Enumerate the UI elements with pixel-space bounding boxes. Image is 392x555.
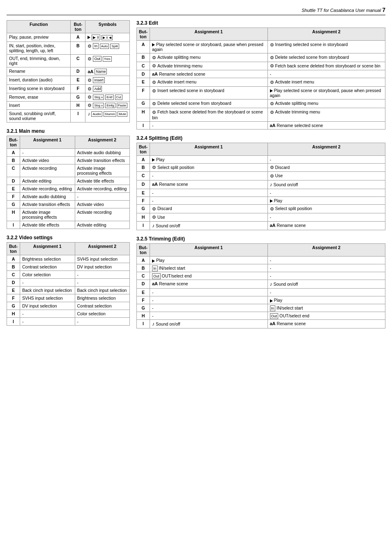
a2-text: Discard [275,165,290,170]
cell-button: I [137,121,150,129]
cell-a2: - [267,70,385,78]
cell-button: H [137,108,150,121]
col-a2: Assignment 2 [75,136,130,149]
cell-symbols: ⚙ Strg x Entf Cut [85,93,130,102]
cell-a1: ⚙Activate insert menu [150,78,268,87]
a1-text: Discard [157,206,172,211]
cell-a2: - [267,155,385,163]
table-row: B ⚙Activate splitting menu ⚙Delete selec… [137,53,385,62]
main-table-section: Function But-ton Symbols Play, pause, pr… [7,20,130,123]
cell-function: Sound, scrubbing on/off, sound volume [7,110,71,123]
gear-icon: ⚙ [152,63,156,68]
strgx-sym: Strg x [93,95,104,100]
cell-a2: Activate audio dubbing [75,149,130,157]
a1-text: - [152,173,154,178]
cell-button: A [137,257,150,264]
col-a2: Assignment 2 [267,143,385,155]
header-title: Shuttle TT for Casablanca [302,8,354,13]
section-321-title: 3.2.1 Main menu [7,128,130,134]
table-row: C OutOUT/select end - [137,272,385,280]
cell-a2: Activate video [75,201,130,208]
a1-text: - [152,298,154,303]
cell-a1: OutOUT/select end [150,272,268,280]
cell-button: C [7,271,20,279]
a1-text: Sound on/off [156,223,180,228]
cell-a2: ⚙Delete selected scene from storyboard [267,53,385,62]
play-icon [88,36,90,39]
play-icon [270,89,273,92]
col-a1: Assignment 1 [150,28,268,41]
cell-a2: - [75,193,130,201]
cell-a2: InIN/select start [267,304,385,312]
cell-button: G [137,205,150,213]
cell-a1: ♪Sound on/off [150,222,268,230]
play-icon [152,43,155,46]
cell-button: G [137,99,150,108]
table-row: G Activate transition effects Activate v… [7,201,130,208]
cell-a2: ⚙Select split position [267,205,385,213]
cell-a1: - [20,318,75,326]
einfg-sym: Einfg [105,103,115,108]
music-icon: ♪ [88,111,90,117]
a2-text: - [270,190,272,195]
cell-a2: Activate title effects [75,177,130,185]
cell-button: F [7,294,20,302]
a2-text: Play selected scene or storyboard, pause… [270,88,381,98]
table-row: F - Play [137,197,385,205]
in-label: In [152,266,158,271]
cell-a2: Activate recording, editing [75,185,130,193]
table-row: D aARename selected scene - [137,70,385,78]
a2-text: Rename scene [277,321,306,326]
cell-a2: ⚙Activate trimming menu [267,108,385,121]
gear-icon: ⚙ [88,95,92,100]
mute-sym: Mute [118,111,127,117]
table-row: F Activate audio dubbing - [7,193,130,201]
gear-icon: ⚙ [270,110,274,115]
cell-button: D [71,67,85,76]
a1-text: Use [157,215,165,220]
play-icon [270,199,273,203]
cell-button: I [137,222,150,230]
table-row: I ♪Sound on/off aARename scene [137,320,385,328]
cell-a2: Activate transition effects [75,157,130,164]
table-row: Insert, duration (audio) E ⚙ Insert [7,76,130,85]
a1-text: - [152,305,154,310]
gear-icon: ⚙ [152,101,156,106]
a2-text: Sound on/off [274,282,298,287]
cell-a1: - [150,304,268,312]
a2-text: - [270,266,272,271]
cell-a2: aARename selected scene [267,121,385,129]
table-row: H - Color selection [7,310,130,318]
cell-a1: - [20,279,75,287]
strgv-sym: Strg v [93,103,104,108]
trim-sym: Trim [103,56,112,62]
gear-icon: ⚙ [152,80,156,85]
a1-text: - [152,290,154,295]
table-row: I ♪Sound on/off aARename scene [137,222,385,230]
table-row: E ⚙Activate insert menu ⚙Activate insert… [137,78,385,87]
add-sym: Add [93,86,102,92]
cell-a1: Activate audio dubbing [20,193,75,201]
cell-a1: ⚙Discard [150,205,268,213]
cell-a1: ⚙Select split position [150,163,268,172]
cell-a2: Activate editing [75,221,130,229]
cell-a2: Contrast selection [75,302,130,310]
cell-a2: ⚙Activate insert menu [267,78,385,87]
cell-button: F [7,193,20,201]
gear-icon: ⚙ [88,44,92,49]
cell-a2: ⚙Use [267,172,385,180]
split-sym: Split [110,44,119,49]
cell-a2: ⚙Discard [267,163,385,172]
table-row: Inserting scene in storyboard F ⚙ Add [7,85,130,93]
cell-a2: DV input selection [75,263,130,271]
col-a1: Assignment 1 [150,244,268,257]
gear-icon: ⚙ [270,101,274,106]
cell-a1: Activate transition effects [20,201,75,208]
gear-icon: ⚙ [152,110,156,115]
a2-text: Sound on/off [274,182,298,187]
table-row: E - - [137,289,385,296]
table-row: Remove, erase G ⚙ Strg x Entf Cut [7,93,130,102]
cell-a2: OutOUT/select end [267,312,385,320]
cell-a1: - [150,289,268,296]
table-row: Insert H ⚙ Strg v Einfg Paste [7,102,130,110]
